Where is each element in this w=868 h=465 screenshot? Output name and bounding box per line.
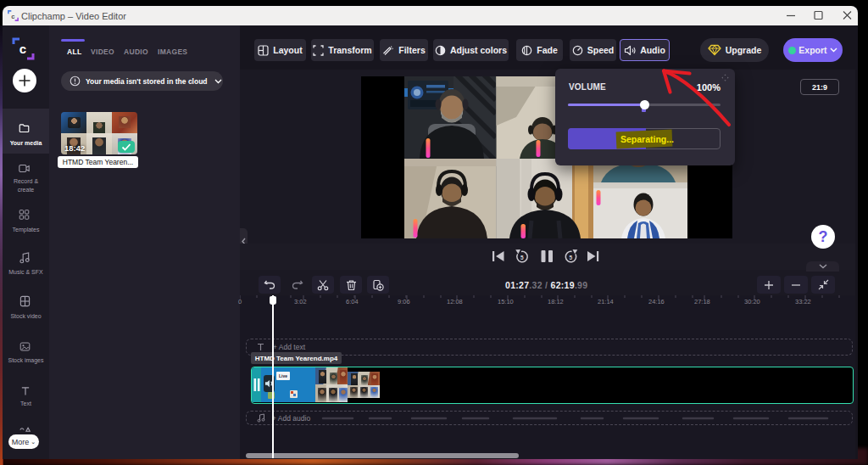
svg-text:5: 5 (520, 255, 524, 261)
svg-text:5: 5 (570, 255, 573, 261)
svg-text:c: c (19, 42, 26, 56)
svg-text:c: c (11, 13, 15, 20)
